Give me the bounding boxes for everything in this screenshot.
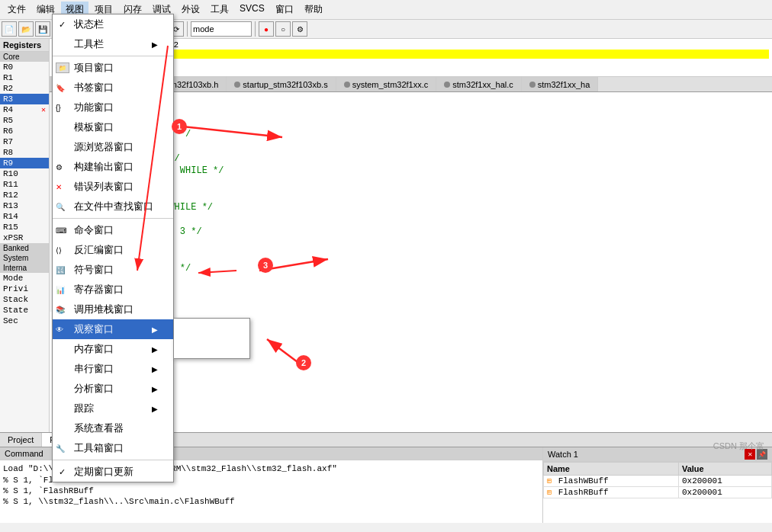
menu-sep-1 xyxy=(53,56,173,56)
watch-submenu-item-1[interactable]: 👁 观测 1 xyxy=(174,319,249,338)
menu-item-template-label: 模板窗口 xyxy=(74,120,114,134)
menu-item-build-win[interactable]: ⚙ 构建输出窗口 xyxy=(53,157,173,177)
menu-item-cmd-win[interactable]: ⌨ 命令窗口 xyxy=(53,220,173,240)
cmd-icon: ⌨ xyxy=(56,226,66,235)
menu-item-serial-label: 串行窗口 xyxy=(74,362,114,376)
menu-item-reg-win[interactable]: 📊 寄存器窗口 xyxy=(53,280,173,300)
menu-item-analysis-label: 分析窗口 xyxy=(74,382,114,396)
menu-item-findfile-label: 在文件中查找窗口 xyxy=(74,200,153,213)
menu-sep-3 xyxy=(53,460,173,460)
build-icon: ⚙ xyxy=(56,163,63,171)
sym-icon: 🔣 xyxy=(56,266,65,274)
menu-item-bookmark-label: 书签窗口 xyxy=(74,81,114,95)
serial-arrow-icon: ▶ xyxy=(152,365,158,373)
dropdown-overlay: 状态栏 工具栏 ▶ 📁 项目窗口 🔖 书签窗口 {} 功能窗口 模板窗口 源浏览… xyxy=(0,0,772,532)
menu-item-template-win[interactable]: 模板窗口 xyxy=(53,117,173,137)
watch-submenu-label-1: 观测 1 xyxy=(206,322,234,335)
asm-icon: ⟨⟩ xyxy=(56,246,62,255)
menu-item-sym-label: 符号窗口 xyxy=(74,263,114,277)
menu-item-bookmark-win[interactable]: 🔖 书签窗口 xyxy=(53,78,173,98)
menu-item-watch-label: 观察窗口 xyxy=(74,322,114,336)
menu-item-analysis-win[interactable]: 分析窗口 ▶ xyxy=(53,379,173,399)
menu-item-toolbox-win[interactable]: 🔧 工具箱窗口 xyxy=(53,438,173,458)
menu-item-sysviewer-label: 系统查看器 xyxy=(74,421,124,435)
mem-arrow-icon: ▶ xyxy=(152,345,158,354)
watch-submenu: 👁 观测 1 👁 观测 2 xyxy=(173,318,250,359)
menu-item-watch-win[interactable]: 👁 观察窗口 ▶ 👁 观测 1 👁 观测 2 xyxy=(53,319,173,339)
menu-item-toolbar[interactable]: 工具栏 ▶ xyxy=(53,34,173,54)
menu-item-toolbar-arrow: ▶ xyxy=(152,40,158,49)
menu-item-trace-label: 跟踪 xyxy=(74,402,94,415)
menu-item-findfile-win[interactable]: 🔍 在文件中查找窗口 xyxy=(53,197,173,216)
func-icon: {} xyxy=(56,104,61,112)
watch-icon: 👁 xyxy=(56,325,63,334)
menu-item-callstack-win[interactable]: 📚 调用堆栈窗口 xyxy=(53,300,173,319)
menu-sep-2 xyxy=(53,218,173,219)
menu-item-periodic-update[interactable]: 定期窗口更新 xyxy=(53,462,173,482)
menu-item-reg-label: 寄存器窗口 xyxy=(74,283,124,296)
watch1-icon: 👁 xyxy=(195,325,203,333)
menu-item-mem-label: 内存窗口 xyxy=(74,342,114,356)
menu-item-serial-win[interactable]: 串行窗口 ▶ xyxy=(53,359,173,379)
menu-item-func-win[interactable]: {} 功能窗口 xyxy=(53,98,173,117)
search-icon: 🔍 xyxy=(56,203,65,211)
menu-item-sym-win[interactable]: 🔣 符号窗口 xyxy=(53,260,173,280)
menu-item-statusbar[interactable]: 状态栏 xyxy=(53,14,173,34)
watch2-icon: 👁 xyxy=(195,345,203,353)
menu-item-mem-win[interactable]: 内存窗口 ▶ xyxy=(53,339,173,359)
project-win-icon: 📁 xyxy=(56,62,69,73)
menu-item-asm-win[interactable]: ⟨⟩ 反汇编窗口 xyxy=(53,240,173,260)
menu-item-project-win-label: 项目窗口 xyxy=(74,61,114,75)
watch-submenu-label-2: 观测 2 xyxy=(206,341,234,355)
menu-item-asm-label: 反汇编窗口 xyxy=(74,243,124,257)
menu-item-srcbrowser-win[interactable]: 源浏览器窗口 xyxy=(53,137,173,157)
menu-item-toolbar-label: 工具栏 xyxy=(74,37,104,51)
stack-icon: 📚 xyxy=(56,306,65,314)
view-dropdown-menu: 状态栏 工具栏 ▶ 📁 项目窗口 🔖 书签窗口 {} 功能窗口 模板窗口 源浏览… xyxy=(52,14,174,482)
reg-icon: 📊 xyxy=(56,286,65,294)
menu-item-trace[interactable]: 跟踪 ▶ xyxy=(53,399,173,418)
watch-submenu-item-2[interactable]: 👁 观测 2 xyxy=(174,338,249,358)
menu-item-cmd-label: 命令窗口 xyxy=(74,223,114,237)
menu-item-sysviewer[interactable]: 系统查看器 xyxy=(53,418,173,438)
menu-item-toolbox-label: 工具箱窗口 xyxy=(74,441,124,455)
watch-arrow-icon: ▶ xyxy=(152,325,158,334)
error-icon: ✕ xyxy=(56,183,62,191)
bookmark-icon: 🔖 xyxy=(56,84,65,92)
menu-item-error-label: 错误列表窗口 xyxy=(74,180,133,194)
menu-item-error-win[interactable]: ✕ 错误列表窗口 xyxy=(53,177,173,197)
menu-item-project-win[interactable]: 📁 项目窗口 xyxy=(53,58,173,78)
menu-item-srcbrowser-label: 源浏览器窗口 xyxy=(74,140,133,154)
analysis-arrow-icon: ▶ xyxy=(152,385,158,393)
trace-arrow-icon: ▶ xyxy=(152,405,158,413)
menu-item-func-label: 功能窗口 xyxy=(74,101,114,114)
toolbox-icon: 🔧 xyxy=(56,444,65,453)
menu-item-build-label: 构建输出窗口 xyxy=(74,160,133,174)
menu-item-callstack-label: 调用堆栈窗口 xyxy=(74,303,133,316)
